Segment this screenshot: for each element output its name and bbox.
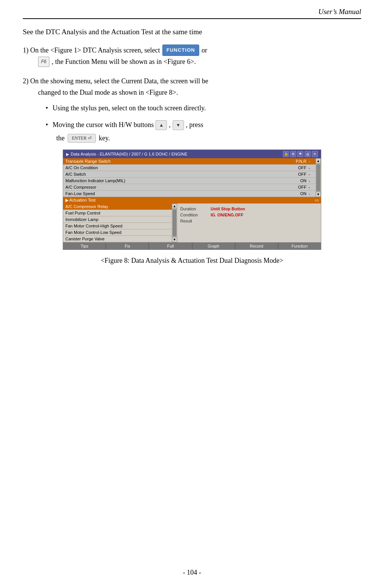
condition-value: IG. ON/ENG.OFF xyxy=(211,213,243,217)
flag-icon: ⚑ xyxy=(297,151,303,157)
actuation-row-0: A/C Compressor Relay xyxy=(63,203,172,210)
actuation-header-row: ▶ Actuation Test ▭ xyxy=(63,197,321,203)
scroll-thumb xyxy=(316,164,320,191)
duration-label: Duration xyxy=(180,207,211,211)
actuation-row-2: Immobilizer Lamp xyxy=(63,216,172,223)
data-row-5: Fan-Low Speed ON - xyxy=(63,191,316,197)
page-header: User’s Manual xyxy=(23,8,361,19)
screenshot: ▶ Data Analysis - ELANTRA(HD) / 2007 / G… xyxy=(63,149,321,250)
step2-line2: changed to the Dual mode as shown in <Fi… xyxy=(23,87,361,99)
function-button-image: FUNCTION xyxy=(162,44,199,56)
data-analysis-section: Transaxle Range Switch P,N,R - A/C On Co… xyxy=(63,158,321,197)
data-row-3: Malfunction Indicator Lamp(MIL) ON - xyxy=(63,178,316,184)
data-row-2: A/C Switch OFF - xyxy=(63,171,316,178)
info-section: Duration Until Stop Button Condition IG.… xyxy=(177,203,321,242)
close-icon: ✕ xyxy=(312,151,318,157)
duration-row: Duration Until Stop Button xyxy=(180,207,318,211)
screenshot-titlebar: ▶ Data Analysis - ELANTRA(HD) / 2007 / G… xyxy=(63,150,321,158)
actuation-list-wrapper: A/C Compressor Relay Fuel Pump Control I… xyxy=(63,203,177,242)
actuation-row-4: Fan Motor Control-Low Speed xyxy=(63,229,172,236)
result-label: Result xyxy=(180,219,211,223)
scroll-down-btn[interactable]: ▼ xyxy=(316,192,321,197)
toolbar-graph-btn[interactable]: Graph xyxy=(192,243,235,250)
actuation-row-3: Fan Motor Control-High Speed xyxy=(63,223,172,229)
condition-label: Condition xyxy=(180,213,211,217)
titlebar-text: Data Analysis - ELANTRA(HD) / 2007 / G 1… xyxy=(71,152,187,156)
data-row-4: A/C Compressor OFF - xyxy=(63,184,316,191)
data-row-1: A/C On Condition OFF - xyxy=(63,165,316,171)
step1: 1) On the <Figure 1> DTC Analysis screen… xyxy=(23,44,361,68)
bullet-item-2: • Moving the cursor with H/W buttons ▲, … xyxy=(46,119,361,131)
down-arrow-button: ▼ xyxy=(173,120,184,130)
toolbar-record-btn[interactable]: Record xyxy=(235,243,278,250)
actuation-scroll-thumb xyxy=(173,210,176,236)
toolbar: Tips Fix Full Graph Record Function xyxy=(63,242,321,250)
header-title: User’s Manual xyxy=(318,8,361,16)
bullet-item-1: • Using the stylus pen, select on the to… xyxy=(46,102,361,114)
data-row-0: Transaxle Range Switch P,N,R - xyxy=(63,158,316,165)
result-row: Result xyxy=(180,219,318,223)
up-arrow-button: ▲ xyxy=(156,120,167,130)
step1-or: or xyxy=(202,44,207,56)
bullet-dot-1: • xyxy=(46,102,48,114)
actuation-scroll-up[interactable]: ▲ xyxy=(172,203,177,209)
dual-section: A/C Compressor Relay Fuel Pump Control I… xyxy=(63,203,321,242)
step1-suffix: , the Function Menu will be shown as in … xyxy=(52,56,196,68)
lock-icon: 🔒 xyxy=(283,151,289,157)
page-number: - 104 - xyxy=(0,569,384,577)
actuation-list: A/C Compressor Relay Fuel Pump Control I… xyxy=(63,203,172,242)
toolbar-function-btn[interactable]: Function xyxy=(278,243,321,250)
actuation-row-1: Fuel Pump Control xyxy=(63,210,172,216)
actuation-scroll-down[interactable]: ▼ xyxy=(172,237,177,242)
bullet-content-1: Using the stylus pen, select on the touc… xyxy=(52,102,361,114)
intro-text: See the DTC Analysis and the Actuation T… xyxy=(23,27,361,38)
scroll-up-btn[interactable]: ▲ xyxy=(316,158,321,164)
bullet-list: • Using the stylus pen, select on the to… xyxy=(23,102,361,143)
gear-icon: ⚙ xyxy=(290,151,296,157)
title-arrow-icon: ▶ xyxy=(66,152,69,156)
step1-second-line: F6, the Function Menu will be shown as i… xyxy=(23,56,361,68)
actuation-row-5: Canister Purge Valve xyxy=(63,236,172,242)
data-rows-container: Transaxle Range Switch P,N,R - A/C On Co… xyxy=(63,158,316,197)
figure-caption: <Figure 8: Data Analysis & Actuation Tes… xyxy=(23,257,361,265)
actuation-collapse-icon: ▭ xyxy=(315,198,319,203)
step1-line: 1) On the <Figure 1> DTC Analysis screen… xyxy=(23,44,361,56)
toolbar-fix-btn[interactable]: Fix xyxy=(106,243,149,250)
step1-prefix: 1) On the <Figure 1> DTC Analysis screen… xyxy=(23,44,160,56)
condition-row: Condition IG. ON/ENG.OFF xyxy=(180,213,318,217)
toolbar-tips-btn[interactable]: Tips xyxy=(63,243,106,250)
titlebar-icons: 🔒 ⚙ ⚑ 🖨 ✕ xyxy=(283,151,318,157)
step2: 2) On the showing menu, select the Curre… xyxy=(23,75,361,99)
titlebar-left: ▶ Data Analysis - ELANTRA(HD) / 2007 / G… xyxy=(66,152,187,156)
f6-button-image: F6 xyxy=(38,57,49,67)
actuation-title: ▶ Actuation Test xyxy=(65,198,95,203)
step2-line1: 2) On the showing menu, select the Curre… xyxy=(23,75,361,87)
print-icon: 🖨 xyxy=(305,151,311,157)
screenshot-wrapper: ▶ Data Analysis - ELANTRA(HD) / 2007 / G… xyxy=(63,149,321,250)
bullet-2-enter-line: the ENTER ⏎ key. xyxy=(46,134,361,143)
toolbar-full-btn[interactable]: Full xyxy=(149,243,192,250)
enter-button-image: ENTER ⏎ xyxy=(68,134,96,143)
duration-value: Until Stop Button xyxy=(211,207,245,211)
bullet-dot-2: • xyxy=(46,119,48,131)
data-scrollbar[interactable]: ▲ ▼ xyxy=(316,158,321,197)
actuation-scrollbar[interactable]: ▲ ▼ xyxy=(172,203,177,242)
bullet-content-2: Moving the cursor with H/W buttons ▲, ▼,… xyxy=(52,119,361,131)
